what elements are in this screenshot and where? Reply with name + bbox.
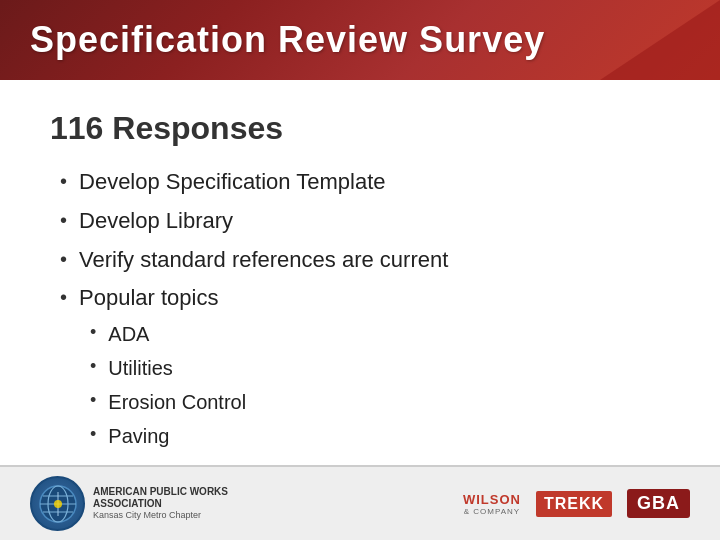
trekk-logo: TREKK (536, 491, 612, 517)
list-item: • Develop Specification Template (60, 167, 670, 198)
sub-bullet-dot-3: • (90, 388, 96, 413)
gba-text: GBA (637, 493, 680, 514)
item-text: Develop Library (79, 206, 233, 237)
right-logos: WILSON & COMPANY TREKK GBA (463, 489, 690, 518)
slide-container: Specification Review Survey 116 Response… (0, 0, 720, 540)
item-text: Develop Specification Template (79, 167, 386, 198)
apwa-logo: AMERICAN PUBLIC WORKSASSOCIATION Kansas … (30, 476, 228, 531)
footer: AMERICAN PUBLIC WORKSASSOCIATION Kansas … (0, 465, 720, 540)
list-item: • Utilities (90, 354, 246, 382)
svg-point-5 (54, 500, 62, 508)
main-bullet-list: • Develop Specification Template • Devel… (50, 167, 670, 456)
sub-item-text: Paving (108, 422, 169, 450)
wilson-text: WILSON (463, 492, 521, 507)
apwa-label: AMERICAN PUBLIC WORKSASSOCIATION (93, 486, 228, 510)
slide-title: Specification Review Survey (30, 19, 545, 61)
sub-item-text: ADA (108, 320, 149, 348)
wilson-sub: & COMPANY (464, 507, 520, 516)
list-item: • ADA (90, 320, 246, 348)
sub-item-text: Erosion Control (108, 388, 246, 416)
list-item: • Verify standard references are current (60, 245, 670, 276)
list-item: • Paving (90, 422, 246, 450)
list-item: • Erosion Control (90, 388, 246, 416)
gba-logo: GBA (627, 489, 690, 518)
apwa-text-block: AMERICAN PUBLIC WORKSASSOCIATION Kansas … (93, 486, 228, 521)
sub-bullet-list: • ADA • Utilities • Erosion Control • Pa… (60, 320, 246, 456)
bullet-dot-3: • (60, 245, 67, 273)
wilson-logo: WILSON & COMPANY (463, 492, 521, 516)
bullet-dot-1: • (60, 167, 67, 195)
list-item: • Develop Library (60, 206, 670, 237)
list-item-popular-topics: • Popular topics • ADA • Utilities • (60, 283, 670, 456)
main-content: 116 Responses • Develop Specification Te… (0, 80, 720, 484)
sub-bullet-dot-1: • (90, 320, 96, 345)
item-text: Verify standard references are current (79, 245, 448, 276)
sub-item-text: Utilities (108, 354, 172, 382)
trekk-text: TREKK (544, 495, 604, 512)
responses-heading: 116 Responses (50, 110, 670, 147)
item-text: Popular topics (79, 283, 218, 314)
header-banner: Specification Review Survey (0, 0, 720, 80)
sub-bullet-dot-4: • (90, 422, 96, 447)
bullet-dot-4: • (60, 283, 67, 311)
apwa-circle-logo (30, 476, 85, 531)
apwa-chapter: Kansas City Metro Chapter (93, 510, 228, 521)
sub-bullet-dot-2: • (90, 354, 96, 379)
bullet-dot-2: • (60, 206, 67, 234)
